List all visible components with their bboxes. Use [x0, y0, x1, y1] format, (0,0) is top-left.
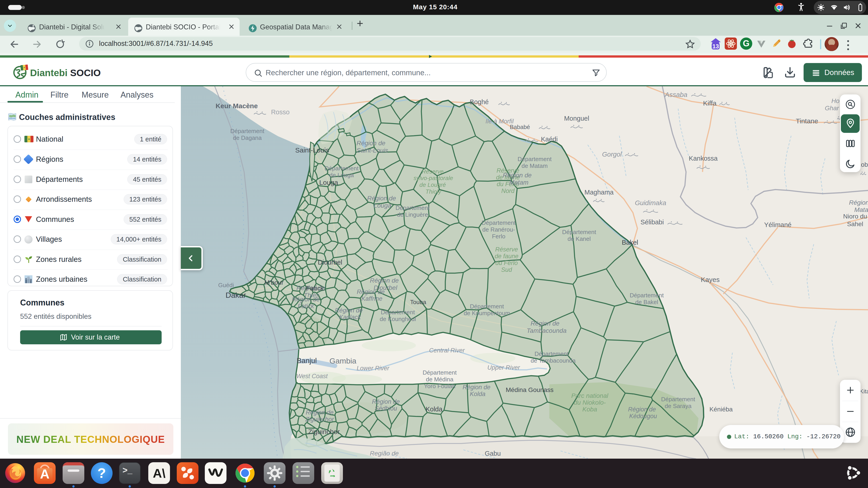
svg-text:Tambacounda: Tambacounda [527, 327, 566, 334]
svg-text:de Lougré: de Lougré [419, 182, 446, 188]
svg-text:de Dagana: de Dagana [233, 134, 262, 141]
svg-text:Kaffrine: Kaffrine [361, 295, 382, 302]
svg-text:de Louga: de Louga [329, 172, 354, 178]
svg-text:Sédhiou: Sédhiou [375, 405, 397, 412]
svg-text:de Matam: de Matam [522, 162, 548, 169]
svg-text:Département: Département [423, 369, 457, 376]
svg-text:Nord: Nord [501, 188, 515, 194]
svg-text:Saint-Louis: Saint-Louis [295, 147, 329, 154]
svg-text:Ghar: Ghar [825, 105, 839, 111]
svg-text:West Coast: West Coast [296, 373, 328, 380]
svg-text:Assaba: Assaba [664, 91, 687, 98]
svg-text:Tintane: Tintane [796, 117, 818, 125]
svg-text:Région de: Région de [370, 277, 399, 284]
svg-text:Kayes: Kayes [701, 276, 719, 283]
svg-text:Région de: Région de [367, 195, 396, 202]
svg-text:de Koungheul: de Koungheul [380, 316, 416, 322]
svg-text:Ziguinchor: Ziguinchor [305, 416, 334, 423]
svg-text:Keur Macène: Keur Macène [216, 102, 258, 109]
svg-text:Parc national: Parc national [571, 392, 608, 399]
svg-text:Kaédi: Kaédi [541, 135, 558, 143]
svg-text:de Bakel: de Bakel [635, 299, 658, 305]
svg-text:Ziguinchor: Ziguinchor [308, 428, 340, 435]
svg-text:Kiffa: Kiffa [703, 99, 717, 107]
svg-text:Réserve: Réserve [495, 246, 518, 253]
svg-text:Oio: Oio [379, 457, 389, 459]
svg-text:Département: Département [470, 303, 504, 310]
svg-text:de Linguère: de Linguère [397, 211, 428, 218]
svg-text:Médina Gounass: Médina Gounass [506, 386, 554, 393]
svg-text:Gambia: Gambia [329, 357, 356, 365]
svg-text:Louga: Louga [374, 202, 391, 209]
svg-text:Région de: Région de [463, 384, 490, 391]
svg-text:Ferlo: Ferlo [492, 233, 505, 240]
svg-text:Saint-Louis: Saint-Louis [356, 147, 388, 154]
svg-text:M'bour: M'bour [265, 279, 284, 286]
svg-text:Département: Département [661, 396, 695, 402]
svg-text:Région de: Région de [530, 320, 559, 327]
svg-text:Kolda: Kolda [426, 405, 442, 413]
svg-text:Kolda: Kolda [470, 391, 485, 397]
svg-text:Région de: Région de [356, 140, 385, 147]
svg-text:Sud: Sud [501, 266, 512, 273]
svg-text:de Koumpentoum: de Koumpentoum [464, 310, 510, 317]
svg-text:Département: Département [230, 128, 265, 134]
svg-text:Rosso: Rosso [271, 108, 289, 116]
svg-text:Région de: Région de [335, 307, 363, 314]
svg-text:de Saraya: de Saraya [665, 402, 692, 410]
svg-text:du Niokolo-: du Niokolo- [574, 399, 606, 406]
svg-text:Fatick: Fatick [298, 303, 314, 310]
svg-text:Bakel: Bakel [622, 239, 638, 246]
svg-text:Touba: Touba [410, 299, 426, 305]
svg-text:Gorgol: Gorgol [602, 151, 622, 158]
svg-text:Kaolack: Kaolack [339, 314, 361, 321]
svg-text:Bababé: Bababé [510, 124, 530, 130]
svg-text:Kédougou: Kédougou [629, 413, 657, 420]
svg-text:Réserve: Réserve [422, 168, 444, 175]
svg-text:Fatick: Fatick [306, 285, 324, 292]
svg-text:Département: Département [324, 165, 359, 172]
svg-text:Guédi: Guédi [218, 282, 234, 289]
svg-text:Yélimané: Yélimané [764, 221, 792, 228]
svg-text:de Médina: de Médina [426, 376, 454, 383]
svg-text:Kankossa: Kankossa [689, 155, 718, 162]
svg-text:Dakar: Dakar [225, 291, 246, 299]
svg-text:Région de: Région de [628, 406, 656, 413]
svg-text:Département: Département [482, 219, 516, 226]
svg-text:Région de: Région de [292, 296, 320, 303]
svg-text:13: 13 [712, 43, 719, 50]
svg-text:Matam: Matam [509, 179, 528, 186]
svg-text:Kita: Kita [860, 388, 868, 395]
svg-text:Guidimaka: Guidimaka [635, 199, 666, 206]
svg-text:Banjul: Banjul [297, 357, 317, 365]
svg-text:Région d: Région d [849, 199, 868, 206]
svg-text:Région de: Région de [357, 289, 384, 295]
svg-text:Département: Département [535, 350, 569, 357]
svg-text:Louga: Louga [319, 179, 338, 186]
svg-text:sylvo-pastorale: sylvo-pastorale [414, 175, 453, 182]
svg-text:Gabu: Gabu [485, 450, 501, 457]
svg-text:Diourbel: Diourbel [318, 259, 342, 266]
svg-text:Sahel: Sahel [847, 221, 863, 228]
svg-text:du Ferlo: du Ferlo [495, 260, 518, 266]
svg-text:Région de: Région de [372, 398, 400, 405]
svg-text:Kéniéba: Kéniéba [710, 406, 733, 413]
svg-text:de Ranérou-: de Ranérou- [483, 226, 515, 233]
svg-text:Département: Département [518, 156, 552, 162]
svg-text:Maghama: Maghama [585, 189, 614, 196]
svg-text:Région de: Région de [503, 172, 532, 179]
svg-text:de Tambacounda: de Tambacounda [530, 357, 576, 364]
svg-text:Sélibabi: Sélibabi [640, 219, 664, 226]
svg-text:Nioro du: Nioro du [843, 213, 867, 220]
svg-text:de faune: de faune [495, 253, 518, 260]
svg-text:Département: Département [381, 309, 415, 316]
svg-text:Upper River: Upper River [487, 364, 520, 371]
svg-text:de Kanel: de Kanel [567, 235, 591, 242]
svg-text:Matam: Matam [854, 206, 868, 213]
svg-text:Thioly: Thioly [426, 188, 441, 195]
svg-text:Região de: Região de [370, 450, 399, 457]
svg-text:Lower River: Lower River [357, 365, 390, 372]
svg-text:Département: Département [630, 292, 664, 299]
svg-text:Département: Département [396, 204, 430, 211]
svg-text:Région de: Région de [306, 409, 333, 416]
